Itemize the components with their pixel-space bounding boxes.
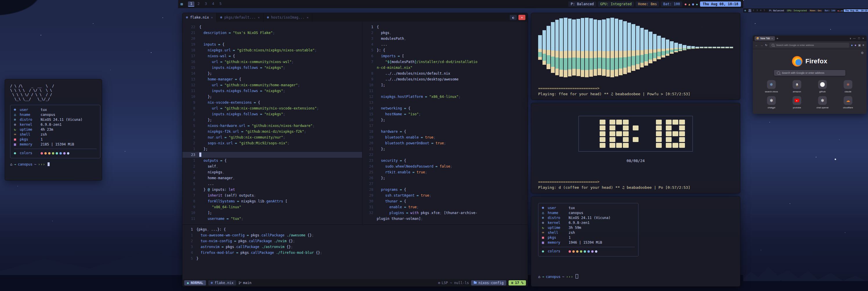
cava-bar <box>730 18 734 77</box>
browser-tab[interactable]: New Tab × <box>754 36 775 41</box>
newtab-search-input[interactable]: Search with Google or enter address <box>774 70 845 76</box>
close-icon[interactable]: × <box>863 37 864 40</box>
minimize-icon[interactable]: — <box>853 37 856 40</box>
tag-2[interactable]: 2 <box>752 9 755 12</box>
tray-icon-2[interactable]: ▲ <box>688 3 690 6</box>
youtube-icon: ▸ <box>793 96 801 105</box>
maximize-icon[interactable]: □ <box>858 37 860 40</box>
code-line: 20 <box>183 36 362 41</box>
nix-file-icon: ❄ <box>186 16 188 20</box>
shell-prompt[interactable]: ⌂→canopus~››› <box>10 162 97 167</box>
cava-bar <box>610 18 614 77</box>
terminal-cava[interactable]: ==========================> Playing: ffe… <box>531 13 740 100</box>
tray-icon-3[interactable]: ■ <box>841 9 842 11</box>
shortcut-github[interactable]: github <box>810 80 835 93</box>
palette-dot <box>580 250 582 253</box>
editor-pane-flake[interactable]: 22{21 description = "tux's NixOS Flake";… <box>183 22 362 225</box>
cava-bar <box>644 18 648 77</box>
tag-1[interactable]: 1 <box>748 9 751 12</box>
code-line: 2 pkgs, <box>362 30 528 36</box>
memory-icon: ▦ <box>14 142 20 147</box>
tag-3[interactable]: 3 <box>203 1 209 7</box>
back-icon[interactable]: ← <box>755 43 758 47</box>
terminal-fastfetch-left[interactable]: / \ /\ _ __ \ / \ \ \ \ / \/ \ \ \ \ \ \… <box>5 79 102 181</box>
reload-icon[interactable]: ↻ <box>765 43 767 47</box>
tray-icon-4[interactable]: ◆ <box>696 3 698 6</box>
lsp-label: LSP ~ null-ls <box>441 281 469 285</box>
tag-4[interactable]: 4 <box>759 9 763 12</box>
status-widget: GPU: Integrated <box>598 1 634 7</box>
close-buffer-button[interactable]: × <box>519 15 525 20</box>
editor-tab-flake.nix[interactable]: ❄flake.nix× <box>183 13 217 22</box>
fetch-row-user: ☻usertux <box>542 206 635 210</box>
shortcut-cloudflare[interactable]: ☁cloudflare <box>835 96 861 109</box>
editor-pane-pkgs[interactable]: 1{pkgs, ...}: {1 tux-awesome-wm-config =… <box>183 225 528 279</box>
vim-mode-icon: ◆ <box>187 281 189 285</box>
prompt-chevrons: ››› <box>566 275 573 279</box>
tag-5[interactable]: 5 <box>763 9 766 12</box>
code-line: 19 inputs = { <box>183 41 362 47</box>
neovim-window[interactable]: ❄flake.nix×❄pkgs/default...×❄hosts/isoIm… <box>182 13 528 287</box>
tab-close-icon[interactable]: × <box>771 37 773 40</box>
distro-icon: ❄ <box>14 117 20 122</box>
tray-icon-2[interactable]: ▲ <box>840 9 841 11</box>
code-line: 17 <box>362 123 528 129</box>
tray-icon-1[interactable]: ● <box>838 9 839 11</box>
address-bar[interactable]: Search with Google or enter address <box>769 43 849 48</box>
cava-bar <box>695 18 699 77</box>
tab-close-icon[interactable]: × <box>258 16 260 20</box>
cava-bar <box>700 18 704 77</box>
tag-5[interactable]: 5 <box>217 1 223 7</box>
palette-dot <box>568 250 571 253</box>
forward-icon[interactable]: → <box>760 43 763 47</box>
code-line: 12 url = "github:nix-community/home-mana… <box>183 82 362 88</box>
tag-3[interactable]: 3 <box>755 9 758 12</box>
tray-icon-3[interactable]: ■ <box>692 3 694 6</box>
shortcut-chatgpt[interactable]: ✻chatgpt <box>758 96 784 109</box>
tag-1[interactable]: 1 <box>188 1 194 7</box>
theme-toggle-button[interactable]: ◐ <box>510 15 517 20</box>
code-line: 28 programs = { <box>362 187 528 193</box>
cava-bar <box>542 18 546 77</box>
terminal-clock[interactable]: 08/08/24 ==========================> Pla… <box>531 103 740 194</box>
tray-icon-1[interactable]: ● <box>685 3 686 6</box>
fetch-row-memory: ▦memory1946 | 15394 MiB <box>542 240 635 245</box>
toolbar-icon-3[interactable]: ▣ <box>858 43 861 47</box>
shortcut-chat.openai[interactable]: ✻chat.openai <box>810 96 835 109</box>
firefox-window[interactable]: New Tab × + ∨ —□× ←→↻ Search with Google… <box>753 35 867 114</box>
editor-pane-iso[interactable]: 1{2 pkgs,3 modulesPath,4 ...5}: {6 impor… <box>362 22 528 225</box>
editor-tab-hosts/isoImag...[interactable]: ❄hosts/isoImag...× <box>264 13 312 22</box>
toolbar-icon-1[interactable]: ● <box>851 43 853 47</box>
code-line: 17 nixos-wsl = { <box>183 53 362 59</box>
claude-icon: ✳ <box>844 80 852 89</box>
tag-4[interactable]: 4 <box>210 1 216 7</box>
hname-icon: ⌂ <box>14 112 20 117</box>
tab-close-icon[interactable]: × <box>307 16 309 20</box>
window-controls: —□× <box>853 37 865 40</box>
wibar-main: ⊞ 12345 P: BalancedGPU: IntegratedHome: … <box>178 0 743 8</box>
list-tabs-icon[interactable]: ∨ <box>849 37 851 40</box>
menu-icon[interactable]: ⊞ <box>744 9 746 12</box>
gear-icon: ⚙ <box>438 281 440 285</box>
toolbar-icon-2[interactable]: ● <box>855 43 857 47</box>
tag-2[interactable]: 2 <box>195 1 202 7</box>
new-tab-button[interactable]: + <box>777 37 778 40</box>
shell-prompt[interactable]: ⌂→canopus~››› <box>538 274 733 280</box>
tab-close-icon[interactable]: × <box>211 16 213 20</box>
nix-file-icon: ❄ <box>220 16 222 20</box>
terminal-fastfetch[interactable]: ☻usertux⌂hnamecanopus❄distroNixOS 24.11 … <box>531 196 740 287</box>
cava-bar <box>717 18 721 77</box>
shortcut-claude[interactable]: ✳claude <box>835 80 861 93</box>
code-line: 14 networking = { <box>362 106 528 111</box>
code-line: n-cd-minimal.nix" <box>362 65 528 70</box>
shortcut-amazon[interactable]: a⌣amazon <box>784 80 810 93</box>
shortcut-youtube[interactable]: ▸youtube <box>784 96 810 109</box>
distro-ascii-art: / \ /\ _ __ \ / \ \ \ \ / \/ \ \ \ \ \ \… <box>10 84 97 101</box>
menu-icon[interactable]: ⊞ <box>181 2 183 6</box>
toolbar-icon-4[interactable]: ≡ <box>863 43 864 47</box>
editor-tab-pkgs/default...[interactable]: ❄pkgs/default...× <box>217 13 264 22</box>
code-line: 3 nur.url = "github:nix-community/nur"; <box>183 135 362 140</box>
shortcut-search.nixos[interactable]: ❄search.nixos <box>758 80 784 93</box>
user-icon: ☻ <box>14 108 20 112</box>
personalize-gear-icon[interactable]: ⚙ <box>861 51 864 55</box>
